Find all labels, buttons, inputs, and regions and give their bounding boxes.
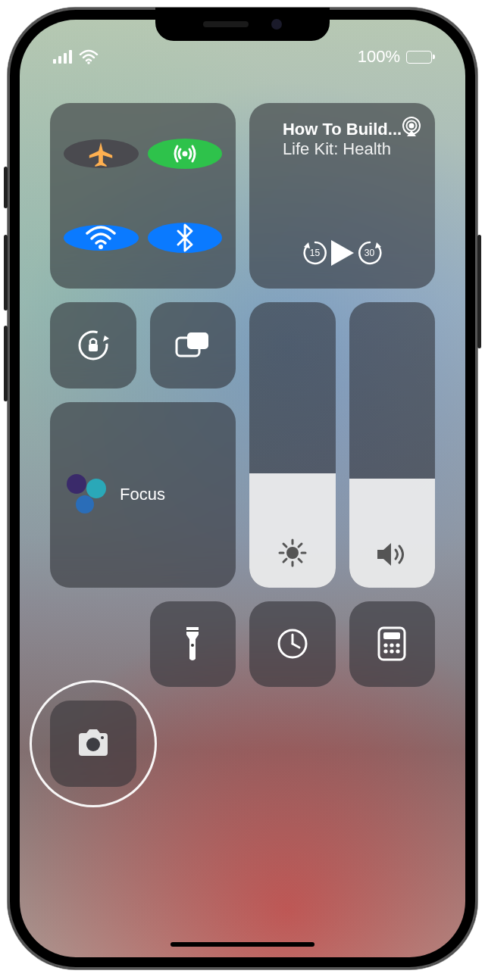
lock-rotate-icon: [76, 328, 111, 363]
svg-line-21: [299, 544, 302, 547]
airplay-icon[interactable]: [400, 115, 423, 138]
calculator-icon: [377, 626, 406, 661]
side-button-voldn: [4, 326, 8, 401]
svg-point-5: [182, 151, 187, 157]
bluetooth-button[interactable]: [148, 223, 223, 253]
svg-rect-29: [383, 632, 400, 639]
focus-button[interactable]: Focus: [50, 402, 236, 588]
svg-point-38: [101, 736, 104, 739]
phone-frame: 100%: [8, 8, 477, 969]
skip-back-button[interactable]: 15: [301, 239, 330, 267]
side-button-mute: [4, 167, 8, 208]
side-button-volup: [4, 235, 8, 311]
skip-forward-button[interactable]: 30: [355, 239, 384, 267]
svg-point-35: [396, 650, 400, 654]
svg-rect-13: [187, 332, 208, 349]
bluetooth-icon: [175, 223, 195, 253]
svg-point-36: [86, 738, 100, 751]
svg-point-30: [384, 644, 388, 648]
svg-point-34: [390, 650, 394, 654]
cellular-signal-icon: [53, 50, 73, 64]
svg-point-33: [384, 650, 388, 654]
timer-icon: [276, 627, 309, 660]
home-indicator: [171, 942, 314, 947]
calculator-button[interactable]: [349, 601, 436, 688]
status-bar: 100%: [20, 38, 465, 76]
screen: 100%: [20, 20, 465, 957]
now-playing-tile[interactable]: How To Build... Life Kit: Health 15 30: [249, 103, 435, 289]
screen-mirroring-icon: [174, 330, 211, 360]
flashlight-button[interactable]: [150, 601, 236, 688]
camera-button[interactable]: [50, 701, 136, 787]
play-button[interactable]: [330, 239, 355, 267]
svg-point-6: [99, 245, 103, 249]
wifi-icon: [85, 225, 117, 251]
battery-icon: [406, 51, 432, 64]
svg-line-27: [293, 644, 299, 648]
timer-button[interactable]: [249, 601, 336, 688]
battery-percent: 100%: [358, 47, 400, 67]
svg-point-4: [87, 61, 90, 64]
focus-modes-icon: [65, 473, 109, 517]
brightness-slider[interactable]: [249, 302, 336, 588]
svg-point-31: [390, 644, 394, 648]
svg-line-22: [283, 559, 286, 562]
camera-icon: [74, 729, 112, 759]
screen-mirroring-button[interactable]: [150, 302, 236, 389]
orientation-lock-button[interactable]: [50, 302, 136, 389]
svg-point-32: [396, 644, 400, 648]
wifi-button[interactable]: [64, 225, 139, 251]
cellular-data-button[interactable]: [148, 139, 223, 169]
svg-rect-0: [53, 59, 56, 64]
wifi-status-icon: [79, 49, 99, 64]
svg-rect-23: [186, 630, 199, 632]
svg-rect-11: [89, 344, 98, 351]
brightness-icon: [277, 538, 308, 568]
airplane-icon: [86, 139, 115, 168]
svg-point-9: [410, 124, 414, 128]
media-title: How To Build...: [283, 120, 402, 139]
antenna-icon: [170, 139, 200, 169]
volume-icon: [375, 541, 408, 568]
svg-rect-1: [58, 56, 61, 64]
svg-point-14: [286, 547, 299, 559]
svg-rect-2: [64, 53, 67, 64]
svg-line-20: [299, 559, 302, 562]
side-button-power: [477, 235, 481, 348]
connectivity-group[interactable]: [50, 103, 236, 289]
airplane-mode-button[interactable]: [64, 139, 139, 168]
svg-rect-3: [69, 50, 72, 64]
volume-slider[interactable]: [349, 302, 436, 588]
control-center: How To Build... Life Kit: Health 15 30: [50, 103, 435, 787]
media-subtitle: Life Kit: Health: [283, 139, 402, 159]
svg-line-19: [283, 544, 286, 547]
svg-point-24: [191, 644, 194, 647]
flashlight-icon: [183, 626, 202, 662]
notch: [155, 8, 330, 41]
focus-label: Focus: [120, 485, 165, 504]
